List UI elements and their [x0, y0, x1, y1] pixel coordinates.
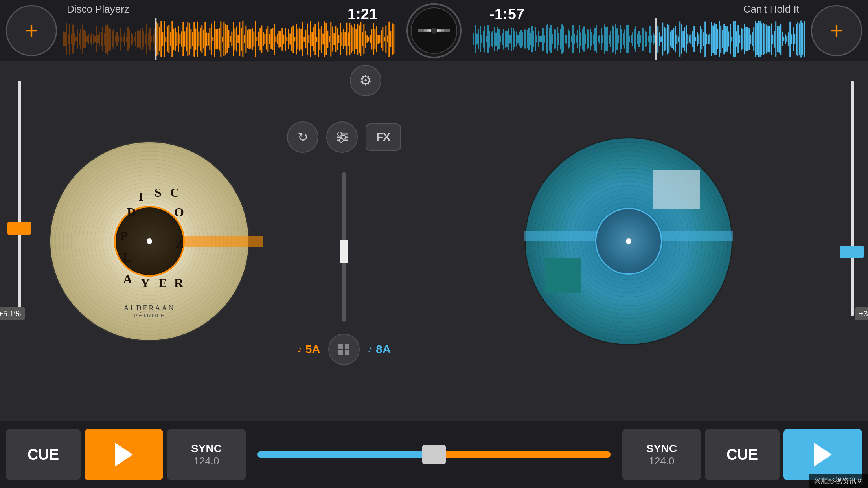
crossfader-track — [257, 451, 611, 458]
time-left: 1:21 — [348, 6, 377, 23]
sync-button-left[interactable]: SYNC 124.0 — [167, 429, 246, 480]
waveform-canvas-right[interactable] — [473, 18, 805, 60]
waveform-left — [63, 17, 395, 61]
vinyl-letter-D: D — [127, 205, 136, 220]
key-row: ♪ 5A ♪ 8A — [297, 334, 391, 365]
svg-rect-14 — [338, 350, 343, 355]
bottom-bar: CUE SYNC 124.0 SYNC 124.0 CUE — [0, 421, 868, 488]
crossfader-right-fill — [441, 451, 611, 458]
grid-icon — [337, 342, 351, 356]
pitch-slider-right[interactable]: +3.3% — [848, 81, 856, 316]
music-note-right: ♪ — [368, 343, 373, 355]
svg-rect-12 — [338, 344, 343, 349]
light-square-right — [653, 170, 700, 209]
play-triangle-left — [115, 443, 133, 466]
center-display: 1:21 -1:57 — [395, 0, 473, 61]
vinyl-letter-Z: Z — [175, 237, 184, 251]
vinyl-dot-right — [626, 238, 631, 244]
waveform-right — [473, 17, 805, 61]
add-track-left-button[interactable]: + — [6, 5, 57, 56]
vinyl-letter-C: C — [170, 185, 179, 200]
track-title-right: Can't Hold It — [473, 0, 805, 17]
vinyl-record-left[interactable]: I S C D O P Z L A Y E R ALDERAAN PÉTROLE — [49, 141, 250, 341]
vinyl-letter-Y: Y — [141, 276, 150, 290]
crossfader-left-fill — [257, 451, 427, 458]
sync-label-right: SYNC — [646, 442, 677, 455]
vinyl-letter-E: E — [158, 276, 167, 290]
sync-button-right[interactable]: SYNC 124.0 — [622, 429, 701, 480]
vinyl-letter-A: A — [123, 272, 132, 286]
plus-icon-right: + — [829, 19, 843, 42]
vinyl-letter-S: S — [154, 185, 162, 200]
svg-point-5 — [431, 28, 437, 34]
svg-point-11 — [339, 138, 343, 142]
vinyl-letter-L: L — [123, 250, 131, 265]
key-value-right: 8A — [376, 343, 391, 356]
album-name: ALDERAAN — [124, 304, 175, 312]
vinyl-record-right[interactable] — [524, 137, 733, 345]
top-control-row: ↻ FX — [283, 117, 405, 157]
pitch-slider-left[interactable]: +5.1% — [16, 81, 24, 316]
sync-bpm-left: 124.0 — [193, 455, 219, 467]
deck-right: +3.3% — [389, 61, 868, 421]
track-title-left: Disco Playerz — [63, 0, 395, 17]
tempo-slider-track — [342, 172, 346, 322]
sync-label-left: SYNC — [191, 442, 222, 455]
vinyl-letter-P: P — [120, 229, 128, 243]
cue-button-right[interactable]: CUE — [705, 429, 780, 480]
key-value-left: 5A — [305, 343, 320, 356]
loop-button[interactable]: ↻ — [287, 121, 318, 153]
tempo-slider-thumb[interactable] — [340, 240, 348, 263]
svg-rect-13 — [345, 344, 349, 349]
add-track-right-button[interactable]: + — [811, 5, 862, 56]
fx-label: FX — [376, 131, 390, 143]
vinyl-letter-R: R — [174, 276, 183, 290]
gear-icon: ⚙ — [359, 72, 372, 89]
vinyl-logo — [406, 3, 462, 58]
vinyl-letter-O: O — [174, 205, 184, 220]
svg-point-9 — [338, 132, 342, 136]
play-button-right[interactable] — [783, 429, 862, 480]
play-button-left[interactable] — [85, 429, 163, 480]
play-triangle-right — [814, 443, 832, 466]
crossfader-thumb[interactable] — [422, 445, 446, 464]
track-left-section: Disco Playerz — [63, 0, 395, 61]
top-bar: + Disco Playerz 1:21 -1:57 Can't Hold It — [0, 0, 868, 61]
teal-square-right — [545, 258, 581, 293]
svg-rect-15 — [345, 350, 349, 355]
pitch-value-left: +5.1% — [0, 307, 25, 320]
eq-icon — [335, 130, 349, 144]
center-controls: ⚙ ↻ FX — [299, 61, 389, 421]
deck-left: +5.1% I S C D O P Z L A Y E R — [0, 61, 299, 421]
plus-icon-left: + — [24, 19, 38, 42]
waveform-canvas-left[interactable] — [63, 18, 395, 60]
track-right-section: Can't Hold It — [473, 0, 805, 61]
key-badge-right: ♪ 8A — [368, 343, 391, 356]
cue-button-left[interactable]: CUE — [6, 429, 81, 480]
pitch-thumb-right[interactable] — [840, 246, 864, 258]
music-note-left: ♪ — [297, 343, 302, 355]
tempo-slider[interactable] — [340, 172, 348, 322]
vinyl-center-right — [595, 208, 662, 275]
settings-button[interactable]: ⚙ — [350, 65, 381, 96]
album-sub: PÉTROLE — [124, 312, 175, 319]
sync-bpm-right: 124.0 — [649, 455, 674, 467]
pitch-thumb-left[interactable] — [7, 222, 31, 235]
watermark: 兴顺影视资讯网 — [809, 474, 868, 488]
album-info-left: ALDERAAN PÉTROLE — [124, 304, 175, 319]
pitch-value-right: +3.3% — [855, 307, 868, 320]
grid-button[interactable] — [328, 334, 360, 365]
loop-icon: ↻ — [298, 130, 308, 145]
eq-button[interactable] — [326, 121, 358, 153]
main-area: +5.1% I S C D O P Z L A Y E R — [0, 61, 868, 421]
crossfader[interactable] — [257, 443, 611, 466]
vinyl-letter-I: I — [139, 189, 143, 204]
key-badge-left: ♪ 5A — [297, 343, 320, 356]
